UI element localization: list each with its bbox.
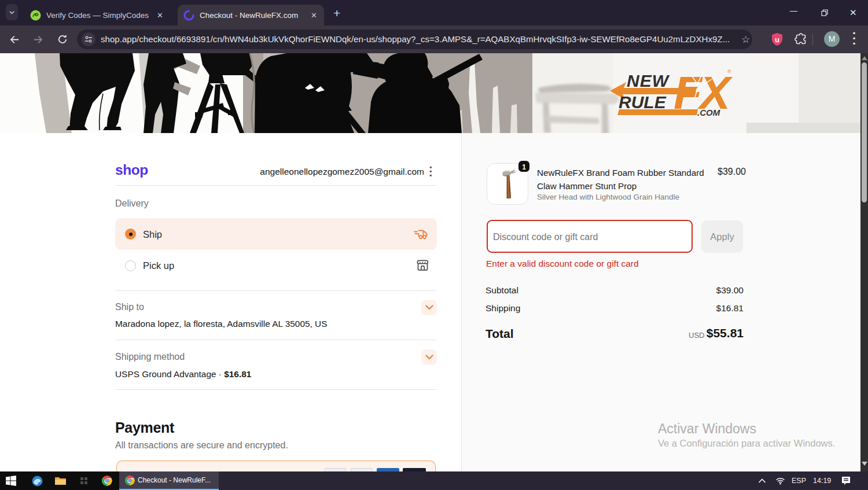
svg-text:u: u: [775, 35, 779, 44]
svg-text:NEW: NEW: [627, 71, 670, 90]
svg-text:.COM: .COM: [697, 108, 720, 117]
svg-text:RULE: RULE: [619, 93, 667, 112]
svg-text:®: ®: [727, 69, 731, 75]
